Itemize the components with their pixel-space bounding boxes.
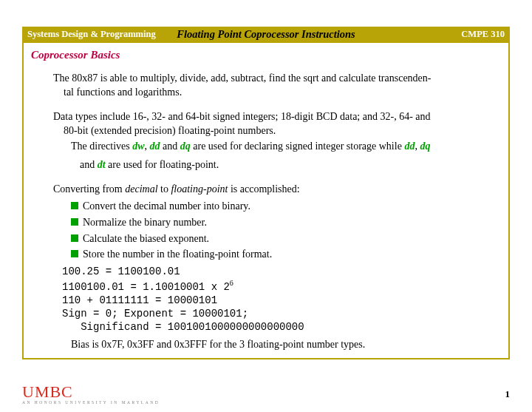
paragraph-1: The 80x87 is able to multiply, divide, a… [53,72,501,100]
umbc-tagline: AN HONORS UNIVERSITY IN MARYLAND [22,400,510,405]
code-l2-main: 1100100.01 = 1.10010001 x 2 [62,281,230,293]
directives-line-2: and dt are used for floating-point. [80,157,501,172]
conv-b: is accomplished: [228,183,299,195]
directive-dq2: dq [420,141,430,152]
dir2-prefix: and [80,159,98,170]
directives-line-1: The directives dw, dd and dq are used fo… [71,138,501,154]
square-bullet-icon [71,250,78,257]
bias-line: Bias is 0x7F, 0x3FF and 0x3FFF for the 3… [71,338,501,352]
directive-dt: dt [98,159,106,170]
slide: Systems Design & Programming Floating Po… [22,27,510,359]
paragraph-2: Data types include 16-, 32- and 64-bit s… [53,110,501,138]
conv-fp: floating-point [171,183,228,195]
sep1: , [145,141,150,152]
square-bullet-icon [71,218,78,226]
code-line-5: Significand = 1001001000000000000000 [62,320,501,334]
p2-line-a: Data types include 16-, 32- and 64-bit s… [53,111,431,122]
code-line-2: 1100100.01 = 1.10010001 x 26 [62,278,501,294]
conv-a: Converting from [53,183,125,195]
p1-line-b: tal functions and logarithms. [64,87,182,98]
header-right: CMPE 310 [461,29,505,40]
square-bullet-icon [71,202,78,209]
sep-and: and [160,141,180,152]
p1-line-a: The 80x87 is able to multiply, divide, a… [53,72,432,84]
bullet-item: Calculate the biased exponent. [71,232,501,246]
bullet-item: Convert the decimal number into binary. [71,199,501,214]
square-bullet-icon [71,234,78,242]
directive-dw: dw [132,141,144,152]
bullet-text: Normalize the binary number. [83,217,207,228]
content-frame: Coprocessor Basics The 80x87 is able to … [22,41,510,359]
code-line-4: Sign = 0; Exponent = 10000101; [62,307,501,320]
footer: UMBC AN HONORS UNIVERSITY IN MARYLAND 1 [22,382,510,405]
code-line-1: 100.25 = 1100100.01 [62,265,501,278]
code-line-3: 110 + 01111111 = 10000101 [62,294,501,307]
directive-dd: dd [150,141,160,152]
bullet-text: Convert the decimal number into binary. [83,200,250,212]
dir-prefix: The directives [71,141,132,152]
conv-to: to [158,183,171,195]
directive-dd2: dd [404,141,415,152]
p2-line-b: 80-bit (extended precision) floating-poi… [64,125,276,136]
section-title: Coprocessor Basics [31,49,501,61]
convert-intro: Converting from decimal to floating-poin… [53,183,501,197]
directive-dq: dq [180,141,191,152]
header-left: Systems Design & Programming [27,29,156,40]
umbc-logo: UMBC [22,382,510,402]
bullet-text: Store the number in the floating-point f… [83,249,272,260]
bullet-item: Store the number in the floating-point f… [71,247,501,262]
header-bar: Systems Design & Programming Floating Po… [22,27,510,41]
dir-mid: are used for declaring signed integer st… [191,141,405,152]
code-l2-sup: 6 [230,279,233,287]
page-number: 1 [505,388,511,400]
bullet-text: Calculate the biased exponent. [83,233,209,244]
dir2-suffix: are used for floating-point. [106,159,219,170]
bullet-item: Normalize the binary number. [71,215,501,230]
conv-decimal: decimal [125,183,157,195]
